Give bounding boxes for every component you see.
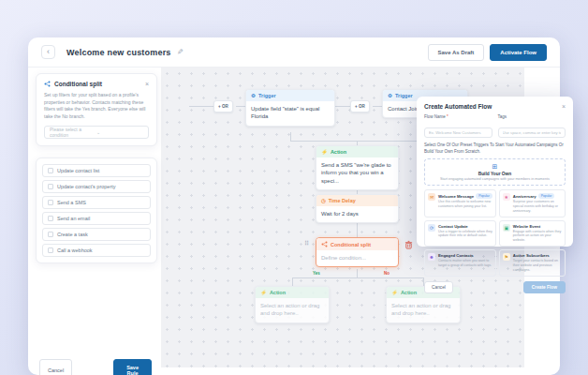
action-list-item[interactable]: Update contact's property	[42, 180, 151, 193]
connector-line	[357, 269, 358, 278]
build-your-own-card[interactable]: ⊞ Build Your Own Start engaging automate…	[424, 158, 566, 186]
preset-icon: ▣	[503, 224, 510, 232]
time-delay-node[interactable]: ◷ Time Delay Wait for 2 days	[316, 194, 399, 223]
preset-icon: ⚑	[503, 253, 510, 261]
action-list-item[interactable]: Send a SMS	[42, 196, 151, 209]
modal-title: Create Automated Flow	[424, 103, 562, 110]
node-text: Update field "state" is equal Florida	[246, 101, 334, 126]
node-type-label: Time Delay	[329, 198, 356, 203]
node-text: Select an action or drag and drop here..	[256, 298, 329, 322]
action-list-item[interactable]: Update contact list	[42, 164, 151, 177]
tags-input[interactable]	[498, 128, 566, 138]
node-type-label: Trigger	[258, 93, 276, 98]
action-placeholder-node[interactable]: ⚡ Action Select an action or drag and dr…	[255, 286, 330, 323]
grid-plus-icon: ⊞	[428, 163, 562, 171]
preset-title: Welcome Message	[438, 194, 474, 199]
flow-name-input[interactable]	[424, 128, 492, 138]
preset-trigger-card[interactable]: ★ Anniversary Popular Surprise your cust…	[499, 189, 566, 218]
preset-description: Surprise your customers on special event…	[513, 200, 562, 214]
branch-yes-label: Yes	[313, 271, 320, 276]
preset-description: Use this certificate to welcome new cust…	[438, 200, 492, 209]
lightning-icon: ⚡	[321, 149, 328, 155]
connector-line	[373, 106, 382, 107]
preset-trigger-card[interactable]: ✉ Welcome Message Popular Use this certi…	[424, 189, 496, 218]
action-list-item-label: Send an email	[57, 216, 90, 221]
preset-trigger-card[interactable]: ☻ Engaged Contacts Contacts matter when …	[424, 249, 496, 277]
condition-select[interactable]: Please select a condition ⌄	[44, 126, 149, 139]
action-list-item-label: Call a webhook	[57, 248, 93, 253]
flow-name-label: Flow Name *	[424, 114, 492, 119]
clock-icon: ◷	[321, 198, 326, 203]
connector-line	[236, 106, 245, 107]
edit-title-icon[interactable]: ✎	[177, 48, 184, 56]
panel-description: Set up filters for your split based on a…	[44, 92, 149, 120]
modal-intro-text: Select One Of Our Preset Triggers To Sta…	[424, 142, 566, 155]
action-list-item[interactable]: Send an email	[42, 212, 151, 225]
connector-line	[357, 223, 358, 237]
connector-line	[292, 278, 424, 278]
gear-icon: ⚙	[388, 93, 392, 98]
close-icon[interactable]: ×	[145, 81, 149, 87]
close-icon[interactable]: ×	[562, 103, 566, 110]
connector-line	[290, 141, 426, 142]
activate-flow-button[interactable]: Activate Flow	[490, 44, 547, 61]
preset-icon: ★	[503, 193, 510, 201]
preset-description: Contacts matter when you want to target …	[438, 259, 492, 268]
build-your-own-subtitle: Start engaging automated campaigns with …	[428, 177, 562, 181]
lightning-icon: ⚡	[260, 290, 267, 295]
action-list-item-label: Create a task	[57, 232, 88, 237]
preset-trigger-card[interactable]: ▣ Website Event Engage with contacts whe…	[499, 220, 566, 248]
or-condition-chip[interactable]: + OR	[213, 100, 233, 112]
panel-title: Conditional split	[54, 81, 141, 87]
save-as-draft-button[interactable]: Save As Draft	[428, 44, 485, 61]
modal-cancel-button[interactable]: Cancel	[424, 281, 453, 293]
create-flow-modal: Create Automated Flow × Flow Name * Tags…	[417, 97, 573, 247]
action-list-item[interactable]: Call a webhook	[42, 244, 151, 257]
drag-icon	[48, 216, 53, 221]
trigger-node[interactable]: ⚙ Trigger Update field "state" is equal …	[245, 89, 335, 127]
cancel-button[interactable]: Cancel	[39, 359, 72, 375]
preset-trigger-card[interactable]: ⟳ Contact Update Use a trigger to celebr…	[424, 220, 496, 248]
or-condition-chip[interactable]: + OR	[350, 100, 370, 112]
action-list-item-label: Send a SMS	[57, 200, 86, 205]
preset-icon: ⟳	[428, 224, 435, 232]
page-title: Welcome new customers	[66, 48, 171, 57]
create-flow-button[interactable]: Create Flow	[523, 281, 566, 293]
preset-title: Engaged Contacts	[438, 253, 474, 258]
branch-no-label: No	[384, 271, 390, 276]
preset-description: Target your contacts based on their webs…	[513, 259, 562, 273]
titlebar: ‹ Welcome new customers ✎ Save As Draft …	[28, 38, 560, 68]
actions-list: Update contact list Update contact's pro…	[36, 158, 157, 263]
back-button[interactable]: ‹	[41, 45, 55, 59]
action-list-item-label: Update contact's property	[57, 184, 116, 189]
conditional-split-node[interactable]: Conditional split Define condition...	[316, 237, 399, 267]
action-node[interactable]: ⚡ Action Send a SMS "we're glade to info…	[316, 145, 399, 190]
preset-icon: ☻	[428, 253, 435, 261]
drag-handle-icon[interactable]: ⠿	[304, 240, 309, 248]
chevron-down-icon: ⌄	[96, 129, 143, 135]
popular-badge: Popular	[538, 193, 555, 199]
preset-title: Anniversary	[513, 194, 537, 199]
drag-icon	[48, 168, 53, 173]
trash-icon[interactable]	[404, 240, 413, 249]
popular-badge: Popular	[476, 193, 492, 199]
connector-line	[292, 278, 293, 286]
split-icon	[321, 241, 328, 248]
required-mark: *	[447, 114, 448, 119]
gear-icon: ⚙	[251, 93, 256, 98]
preset-icon: ✉	[428, 193, 435, 201]
preset-trigger-card[interactable]: ⚑ Active Subscribers Target your contact…	[499, 249, 566, 277]
drag-icon	[48, 200, 53, 205]
preset-description: Engage with contacts when they perform a…	[513, 230, 562, 244]
preset-description: Use a trigger to celebrate when they upd…	[438, 230, 492, 239]
action-list-item[interactable]: Create a task	[42, 228, 151, 241]
save-rule-button[interactable]: Save Rule	[113, 359, 152, 375]
preset-title: Website Event	[513, 224, 540, 229]
node-type-label: Trigger	[395, 93, 413, 98]
connector-line	[290, 132, 291, 141]
preset-title: Active Subscribers	[513, 253, 550, 258]
node-type-label: Action	[331, 149, 346, 155]
drag-icon	[48, 232, 53, 237]
node-text: Select an action or drag and drop here..	[387, 298, 460, 322]
lightning-icon: ⚡	[391, 290, 398, 295]
